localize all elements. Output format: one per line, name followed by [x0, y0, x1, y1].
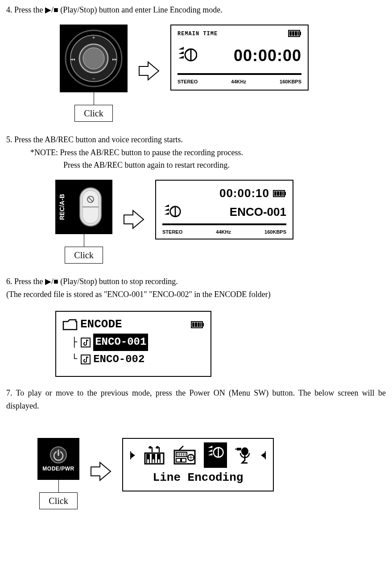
lcd-screen-recording: 00:00:10: [155, 180, 293, 239]
step-7: 7. To play or move to the previous mode,…: [6, 387, 386, 510]
music-file-icon: [81, 355, 91, 364]
step4-figure: + − ◂◂ ▸▸ Click REMAIN TIME: [6, 25, 386, 122]
file2: ENCO-002: [93, 351, 144, 368]
arrow-right-icon: [121, 207, 146, 232]
svg-rect-12: [292, 31, 294, 36]
step7-text: 7. To play or move to the previous mode,…: [6, 387, 386, 413]
step-6: 6. Press the ▶/■ (Play/Stop) button to s…: [6, 275, 386, 377]
step6-line2: (The recorded file is stored as "ENCO-00…: [6, 288, 386, 301]
click-label: Click: [65, 247, 103, 264]
stereo-label: STEREO: [177, 78, 198, 86]
svg-rect-26: [282, 191, 284, 196]
svg-rect-10: [300, 32, 301, 35]
time-display: 00:00:00: [203, 43, 301, 69]
time-display: 00:00:10: [219, 184, 269, 203]
pointer-line: [58, 480, 59, 492]
step5-figure: REC/A-B Click: [6, 180, 386, 264]
rec-side-label: REC/A-B: [55, 194, 69, 220]
svg-text:+: +: [92, 34, 95, 41]
file-row-2: └ ENCO-002: [71, 351, 204, 368]
step4-text: 4. Press the ▶/■ (Play/Stop) button and …: [6, 4, 386, 17]
stereo-label: STEREO: [162, 228, 182, 236]
progress-bar: [162, 222, 286, 227]
joystick-icon: + − ◂◂ ▸▸: [65, 29, 123, 87]
recording-file-title: ENCO-001: [188, 203, 286, 222]
mic-icon: [234, 446, 253, 465]
line-encoding-icon: [177, 45, 197, 66]
svg-rect-46: [147, 454, 149, 459]
step5-line1: 5. Press the AB/REC button and voice rec…: [6, 133, 386, 146]
arrow-right-icon: [136, 58, 161, 83]
line-encoding-selected-icon: [204, 442, 227, 468]
modepwr-label: MODE/PWR: [42, 465, 74, 473]
bitrate-label: 160KBPS: [264, 228, 286, 236]
line-encoding-icon: [162, 203, 182, 222]
arrow-right-icon: [88, 459, 113, 484]
file1-selected: ENCO-001: [93, 334, 148, 351]
click-label: Click: [74, 105, 112, 122]
svg-rect-23: [274, 191, 276, 196]
step6-line1: 6. Press the ▶/■ (Play/Stop) button to s…: [6, 275, 386, 288]
svg-rect-34: [81, 338, 90, 347]
power-icon: [49, 445, 68, 465]
svg-rect-29: [202, 323, 204, 326]
svg-text:−: −: [92, 75, 95, 82]
step-5: 5. Press the AB/REC button and voice rec…: [6, 133, 386, 264]
svg-rect-22: [285, 192, 286, 195]
step5-note: *NOTE: Press the AB/REC button to pause …: [6, 146, 386, 159]
click-label: Click: [39, 492, 77, 509]
svg-rect-59: [176, 458, 181, 462]
khz-label: 44KHz: [216, 228, 231, 236]
menu-icons-row: [130, 442, 266, 468]
svg-text:◂◂: ◂◂: [70, 57, 75, 62]
lcd-screen-remain-time: REMAIN TIME: [170, 25, 309, 91]
battery-icon: [191, 321, 204, 328]
rec-pill-icon: [69, 186, 112, 228]
tree-branch-icon: └: [71, 351, 77, 367]
svg-rect-13: [295, 31, 297, 36]
step5-note2: Press the AB/REC button again to restart…: [6, 159, 386, 172]
modepwr-with-label: MODE/PWR Click: [37, 438, 79, 509]
arrow-left-small-icon: [260, 450, 266, 460]
svg-rect-47: [153, 454, 154, 459]
svg-rect-11: [289, 31, 292, 36]
pointer-line: [94, 92, 94, 105]
file-row-1: ├ ENCO-001: [71, 334, 204, 351]
bitrate-label: 160KBPS: [280, 78, 301, 86]
music-file-icon: [81, 338, 91, 347]
svg-rect-30: [192, 322, 194, 327]
svg-rect-31: [195, 322, 197, 327]
pointer-line: [84, 234, 84, 247]
menu-title: Line Encoding: [153, 469, 243, 487]
ab-rec-button[interactable]: REC/A-B: [55, 180, 112, 234]
svg-text:▸▸: ▸▸: [112, 57, 117, 62]
svg-point-63: [241, 447, 248, 455]
battery-icon: [288, 30, 301, 37]
khz-label: 44KHz: [231, 78, 246, 86]
menu-screen: Line Encoding: [122, 438, 274, 491]
encode-folder-screen: ENCODE ├ ENCO-001: [55, 311, 211, 377]
play-stop-button[interactable]: + − ◂◂ ▸▸: [60, 25, 128, 92]
joystick-with-label: + − ◂◂ ▸▸ Click: [60, 25, 128, 122]
svg-rect-60: [182, 458, 186, 462]
folder-icon: [62, 319, 78, 330]
step6-figure: ENCODE ├ ENCO-001: [6, 311, 386, 377]
mode-power-button[interactable]: MODE/PWR: [37, 438, 79, 480]
rec-button-with-label: REC/A-B Click: [55, 180, 112, 264]
battery-icon: [273, 190, 286, 197]
remain-time-label: REMAIN TIME: [177, 30, 218, 38]
svg-rect-24: [277, 191, 279, 196]
arrow-right-small-icon: [130, 450, 136, 460]
radio-icon: [173, 445, 197, 466]
svg-rect-14: [297, 31, 299, 36]
keyboard-icon: [143, 445, 165, 466]
svg-rect-48: [158, 454, 160, 459]
svg-rect-32: [198, 322, 200, 327]
step-4: 4. Press the ▶/■ (Play/Stop) button and …: [6, 4, 386, 122]
tree-branch-icon: ├: [71, 334, 77, 350]
step7-figure: MODE/PWR Click: [6, 438, 386, 509]
progress-bar: [177, 72, 301, 76]
svg-rect-33: [200, 322, 202, 327]
svg-rect-35: [81, 355, 90, 364]
svg-rect-25: [280, 191, 282, 196]
